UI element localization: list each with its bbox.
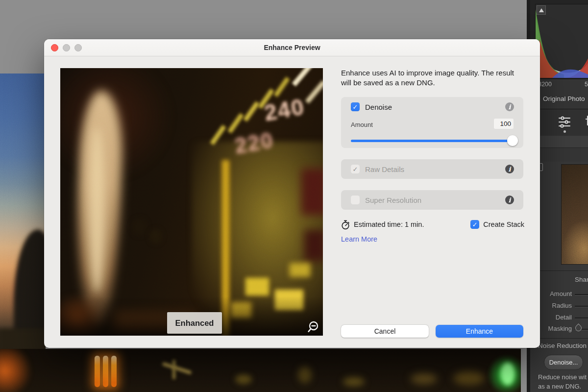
dim-light <box>453 371 485 385</box>
noise-reduction-section: Noise Reduction Denoise... Reduce noise … <box>530 338 588 392</box>
original-photo-row[interactable]: Original Photo <box>533 94 588 103</box>
red-blob <box>301 169 323 215</box>
enhanced-toggle-badge[interactable]: Enhanced <box>167 312 222 334</box>
info-icon[interactable]: i <box>505 102 514 111</box>
enhance-button[interactable]: Enhance <box>436 325 523 338</box>
dialog-controls-column: Enhance uses AI to improve image quality… <box>341 39 524 348</box>
amount-label: Amount <box>351 121 373 128</box>
masking-slider-thumb[interactable] <box>574 323 583 332</box>
red-blob <box>304 230 323 261</box>
sharpening-header: Shar <box>575 276 588 283</box>
dim-light <box>172 360 175 379</box>
create-stack-label: Create Stack <box>483 220 524 228</box>
screen: O 3200 50 Original Photo <box>0 0 588 392</box>
enhance-preview-image[interactable]: 240 220 Enhanced <box>60 68 323 336</box>
tick-streak <box>274 77 290 97</box>
slider-track-filled[interactable] <box>351 140 514 142</box>
histogram[interactable] <box>535 4 588 78</box>
background-photo-bottom <box>0 349 521 392</box>
background-photo-left <box>0 74 46 349</box>
foreground-shadow <box>0 328 46 349</box>
dim-light <box>343 377 365 386</box>
crop-tool-icon[interactable] <box>586 115 588 129</box>
dim-light <box>298 367 312 383</box>
exif-info-row: O 3200 50 <box>532 81 588 90</box>
dashboard-light-bar <box>111 356 117 387</box>
shadow-clipping-button[interactable] <box>537 5 546 15</box>
noise-reduction-hint-line1: Reduce noise wit <box>538 373 587 381</box>
original-photo-label: Original Photo <box>543 95 585 102</box>
slider-track[interactable] <box>575 306 588 307</box>
create-stack-group[interactable]: ✓ Create Stack <box>470 220 524 229</box>
bright-streak <box>292 68 315 86</box>
yellow-patch <box>290 263 310 277</box>
amount-value-field[interactable]: 100 <box>494 119 514 129</box>
dim-light <box>235 374 252 384</box>
dim-light <box>162 362 192 375</box>
slider-track[interactable] <box>575 318 588 319</box>
yellow-patch <box>245 278 269 295</box>
super-resolution-label: Super Resolution <box>365 196 421 204</box>
checkbox-raw-details: ✓ <box>351 165 360 173</box>
raw-details-row: ✓ Raw Details i <box>341 159 523 179</box>
dialog-description: Enhance uses AI to improve image quality… <box>341 68 524 87</box>
checkbox-super-resolution <box>351 196 360 204</box>
dark-blob <box>149 229 162 244</box>
clipping-triangle-icon <box>539 8 544 12</box>
green-light-core <box>501 363 514 385</box>
estimated-time-text: Estimated time: 1 min. <box>354 220 424 228</box>
checkbox-denoise[interactable]: ✓ <box>351 102 360 111</box>
amount-slider[interactable] <box>351 135 514 146</box>
denoise-label: Denoise <box>365 103 392 111</box>
focal-length-value: 50 <box>585 81 588 88</box>
denoise-card: ✓ Denoise i Amount 100 <box>341 97 523 148</box>
info-icon[interactable]: i <box>505 196 514 204</box>
estimate-row: Estimated time: 1 min. ✓ Create Stack <box>341 220 524 230</box>
photo-highlight-core <box>89 127 105 294</box>
enhance-preview-dialog: Enhance Preview 240 220 <box>44 39 540 348</box>
learn-more-link[interactable]: Learn More <box>341 235 377 243</box>
raw-details-label: Raw Details <box>365 165 404 173</box>
cancel-button[interactable]: Cancel <box>341 325 429 338</box>
stopwatch-icon <box>341 220 350 230</box>
dim-light <box>411 373 437 384</box>
active-tool-dot <box>564 130 566 133</box>
histogram-curves <box>536 4 588 78</box>
noise-reduction-header: Noise Reduction <box>538 342 587 349</box>
detail-preview-thumbnail[interactable] <box>561 164 588 265</box>
dashboard-light-bar <box>95 356 100 387</box>
adjust-sliders-icon[interactable] <box>558 116 571 128</box>
super-resolution-row: Super Resolution i <box>341 190 523 210</box>
slider-track[interactable] <box>575 294 588 295</box>
checkbox-create-stack[interactable]: ✓ <box>470 220 479 229</box>
tick-streak <box>244 101 260 122</box>
dashboard-light-bar <box>103 356 108 387</box>
denoise-panel-button[interactable]: Denoise... <box>544 355 583 370</box>
tick-streak <box>228 113 244 133</box>
orange-glow <box>0 349 32 392</box>
noise-reduction-hint-line2: as a new DNG. <box>538 383 581 390</box>
dark-blob <box>132 218 147 236</box>
info-icon[interactable]: i <box>505 165 514 173</box>
zoom-out-icon[interactable] <box>307 320 321 334</box>
slider-thumb[interactable] <box>507 135 518 146</box>
bright-streak <box>305 80 323 103</box>
